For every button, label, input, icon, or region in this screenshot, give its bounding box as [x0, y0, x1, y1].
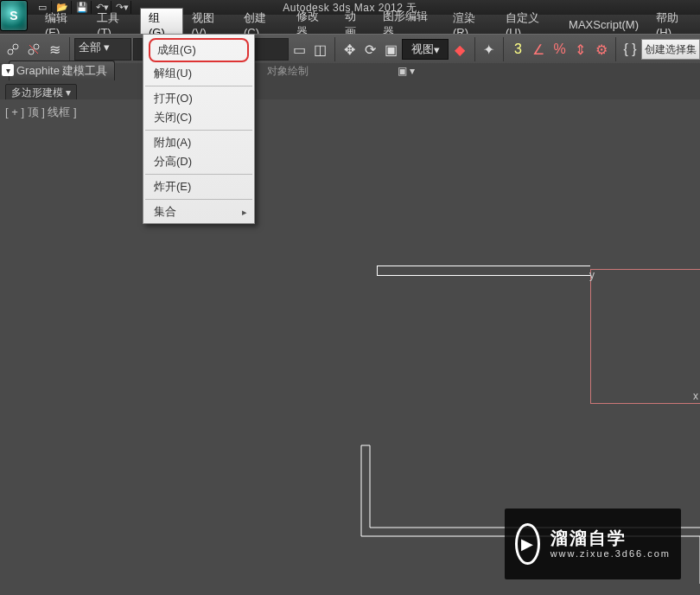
- menu-item-detach[interactable]: 分高(D): [143, 152, 254, 171]
- bind-space-warp-icon[interactable]: ≋: [45, 36, 64, 62]
- snaps-options-icon[interactable]: ⚙: [592, 36, 611, 62]
- named-sel-sets-icon[interactable]: { }: [620, 36, 640, 62]
- watermark-title: 溜溜自学: [550, 528, 671, 548]
- percent-snap-icon[interactable]: %: [550, 36, 570, 62]
- menu-item-ungroup[interactable]: 解组(U): [143, 64, 254, 83]
- application-menu-button[interactable]: S: [0, 0, 28, 31]
- menu-item-close[interactable]: 关闭(C): [143, 108, 254, 127]
- svg-point-4: [34, 44, 39, 49]
- svg-point-3: [29, 49, 34, 54]
- play-icon: ▶: [515, 523, 540, 565]
- watermark: ▶ 溜溜自学 www.zixue.3d66.com: [505, 509, 681, 579]
- select-manipulate-icon[interactable]: ✦: [480, 36, 499, 62]
- unlink-icon[interactable]: [24, 36, 43, 62]
- geometry-shape[interactable]: [377, 266, 590, 276]
- viewport[interactable]: [ + ] 顶 ] 线框 ] y x ▶ 溜溜自学 www.zixue.3d66…: [0, 99, 700, 595]
- svg-line-2: [12, 48, 14, 50]
- ribbon-flyout-icon[interactable]: ▣ ▾: [398, 65, 415, 77]
- menu-item-group[interactable]: 成组(G): [149, 38, 249, 62]
- menu-separator: [145, 130, 252, 131]
- spinner-snap-icon[interactable]: ⇕: [571, 36, 590, 62]
- named-selection-set-dropdown[interactable]: 创建选择集: [641, 39, 700, 60]
- selection-filter-dropdown[interactable]: 全部 ▾: [74, 38, 131, 61]
- menu-separator: [145, 86, 252, 86]
- menu-item-attach[interactable]: 附加(A): [143, 133, 254, 152]
- reference-coord-dropdown[interactable]: 视图 ▾: [402, 39, 449, 60]
- link-icon[interactable]: [3, 36, 22, 62]
- ribbon-collapse-icon[interactable]: ▾: [2, 64, 14, 76]
- menu-separator: [145, 174, 252, 175]
- menu-separator: [145, 199, 252, 200]
- menu-item-assembly[interactable]: 集合: [143, 202, 254, 221]
- menu-maxscript[interactable]: MAXScript(M): [560, 16, 647, 34]
- angle-snap-icon[interactable]: ∠: [529, 36, 548, 62]
- ribbon-tab-graphite[interactable]: Graphite 建模工具: [9, 61, 115, 80]
- menu-bar: 编辑(E) 工具(T) 组(G) 视图(V) 创建(C) 修改器 动画 图形编辑…: [0, 15, 700, 35]
- ribbon-tab-objectpaint[interactable]: 对象绘制: [260, 62, 315, 80]
- menu-item-explode[interactable]: 炸开(E): [143, 177, 254, 196]
- window-crossing-icon[interactable]: ◫: [311, 36, 330, 62]
- viewport-label[interactable]: [ + ] 顶 ] 线框 ]: [5, 105, 77, 120]
- pivot-center-icon[interactable]: ◆: [450, 36, 469, 62]
- group-menu-dropdown: 成组(G) 解组(U) 打开(O) 关闭(C) 附加(A) 分高(D) 炸开(E…: [143, 34, 255, 224]
- selection-region-icon[interactable]: ▭: [290, 36, 309, 62]
- scale-icon[interactable]: ▣: [381, 36, 400, 62]
- move-icon[interactable]: ✥: [340, 36, 359, 62]
- watermark-url: www.zixue.3d66.com: [550, 548, 671, 560]
- rotate-icon[interactable]: ⟳: [360, 36, 379, 62]
- ribbon: ▾ Graphite 建模工具 选择 对象绘制 ▣ ▾ 多边形建模 ▾: [0, 63, 700, 99]
- snap-toggle-icon[interactable]: 3: [508, 36, 527, 62]
- selected-geometry[interactable]: [590, 269, 700, 404]
- menu-item-open[interactable]: 打开(O): [143, 89, 254, 108]
